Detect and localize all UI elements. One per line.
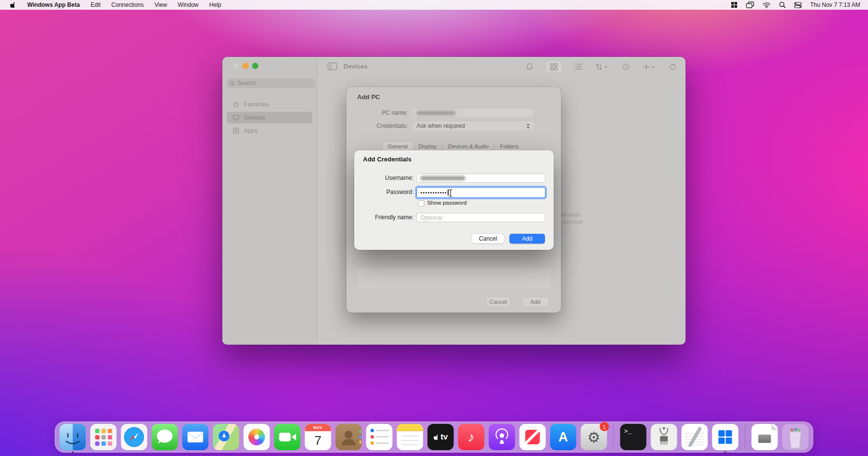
sheet-groupbox [357,267,550,288]
empty-state-text-fragment: through account [561,211,605,226]
windows-app-menubar-icon[interactable] [731,1,738,8]
username-label: Username: [356,175,414,181]
control-center-icon[interactable] [794,2,802,8]
menu-connections[interactable]: Connections [111,1,144,8]
credentials-label: Credentials: [352,123,408,129]
menu-help[interactable]: Help [209,1,221,8]
dock-podcasts-icon[interactable] [489,424,515,450]
pen-glyph [682,424,708,450]
pc-name-field[interactable] [413,108,534,117]
running-indicator [724,452,726,454]
active-app-name[interactable]: Windows App Beta [27,1,80,8]
dock-app-store-icon[interactable]: A [550,424,577,450]
dock-maps-icon[interactable] [213,424,239,450]
dock-terminal-icon[interactable]: >_ [620,424,647,450]
icon-view-button[interactable] [546,61,561,72]
sidebar-item-devices[interactable]: Devices [227,112,312,123]
dock-news-icon[interactable] [520,424,546,450]
zoom-button[interactable] [252,63,258,69]
dock-safari-icon[interactable] [121,424,147,450]
dock-mail-icon[interactable] [182,424,209,450]
terminal-prompt: >_ [624,428,632,435]
dock-system-settings-icon[interactable]: ⚙ 1 [581,424,607,450]
gear-icon: ⚙ [587,429,600,446]
ibeam-cursor [448,189,453,197]
dock-windows-app-icon[interactable] [712,424,739,450]
sidebar-item-label: Devices [244,114,265,121]
sidebar-item-favorites[interactable]: Favorites [227,99,312,110]
running-indicator [72,452,74,454]
sheet-title: Add PC [357,93,380,101]
apple-logo [433,434,439,441]
dock-apple-tv-icon[interactable]: tv [428,424,454,450]
dock-music-icon[interactable]: ♪ [458,424,485,450]
tv-label: tv [440,432,448,442]
dock-facetime-icon[interactable] [274,424,301,450]
window-titlebar: Devices [327,62,367,70]
traffic-lights [233,63,258,69]
menu-view[interactable]: View [155,1,167,8]
dock-photos-icon[interactable] [244,424,270,450]
calendar-day: 7 [305,431,331,450]
credentials-dropdown[interactable]: Ask when required [413,121,534,131]
dock-finder-icon[interactable] [60,424,86,450]
search-icon [230,81,235,86]
dock-textedit-icon[interactable] [682,424,708,450]
spotlight-search-icon[interactable] [779,1,786,8]
list-view-button[interactable] [573,61,583,72]
sheet-cancel-button[interactable]: Cancel [486,297,510,307]
dock-launchpad-icon[interactable] [90,424,117,450]
sort-button[interactable] [595,61,609,72]
tab-general[interactable]: General [382,142,413,151]
tab-folders[interactable]: Folders [494,142,524,151]
menubar-clock[interactable]: Thu Nov 7 7:13 AM [810,1,860,8]
dock-circuit-tool-icon[interactable] [651,424,677,450]
tab-display[interactable]: Display [413,142,442,151]
app-store-letter: A [559,430,568,445]
sheet-add-button[interactable]: Add [523,297,548,307]
password-field[interactable]: ••••••••••• [416,187,545,198]
add-credentials-dialog: Add Credentials Username: Password: ••••… [354,150,554,250]
dock-calendar-icon[interactable]: NOV 7 [305,424,331,450]
desktop: Windows App Beta Edit Connections View W… [0,0,868,456]
add-pc-button[interactable] [642,61,656,72]
music-note-glyph: ♪ [468,430,475,445]
dock-trash-icon[interactable] [782,424,809,450]
friendly-name-label: Friendly name: [356,214,414,221]
friendly-name-field[interactable]: Optional [416,213,545,222]
show-password-checkbox[interactable] [418,200,424,207]
dock-disk-image-document-icon[interactable] [752,424,778,450]
sidebar-item-apps[interactable]: Apps [227,125,312,137]
screen-mirroring-icon[interactable] [746,1,754,8]
star-icon [233,101,239,108]
show-password-label: Show password [427,200,467,206]
sidebar-item-label: Apps [244,127,258,134]
dialog-cancel-button[interactable]: Cancel [472,234,504,244]
dock-contacts-icon[interactable] [336,424,362,450]
close-button[interactable] [233,63,239,69]
notifications-bell-icon[interactable] [524,61,535,72]
dock: NOV 7 tv ♪ A [55,421,814,453]
search-input[interactable]: Search [227,78,315,88]
dock-divider [745,424,745,450]
finder-face [60,424,86,450]
username-field[interactable] [416,174,545,183]
filter-icon[interactable] [620,61,631,72]
username-redacted-value [420,176,465,180]
dialog-add-button[interactable]: Add [509,234,545,244]
credentials-selected-value: Ask when required [413,123,526,129]
password-masked-value: ••••••••••• [417,190,449,195]
menu-window[interactable]: Window [178,1,199,8]
apple-menu-icon[interactable] [10,1,17,9]
minimize-button[interactable] [242,63,249,69]
dock-reminders-icon[interactable] [366,424,393,450]
sidebar-toggle-icon[interactable] [327,62,337,70]
tab-devices-audio[interactable]: Devices & Audio [443,142,494,151]
refresh-button[interactable] [667,61,678,72]
dropdown-stepper-icon [526,123,530,129]
dock-notes-icon[interactable] [397,424,423,450]
wifi-icon[interactable] [762,2,771,8]
dock-messages-icon[interactable] [152,424,178,450]
menu-edit[interactable]: Edit [90,1,101,8]
friendly-name-placeholder: Optional [417,214,442,221]
